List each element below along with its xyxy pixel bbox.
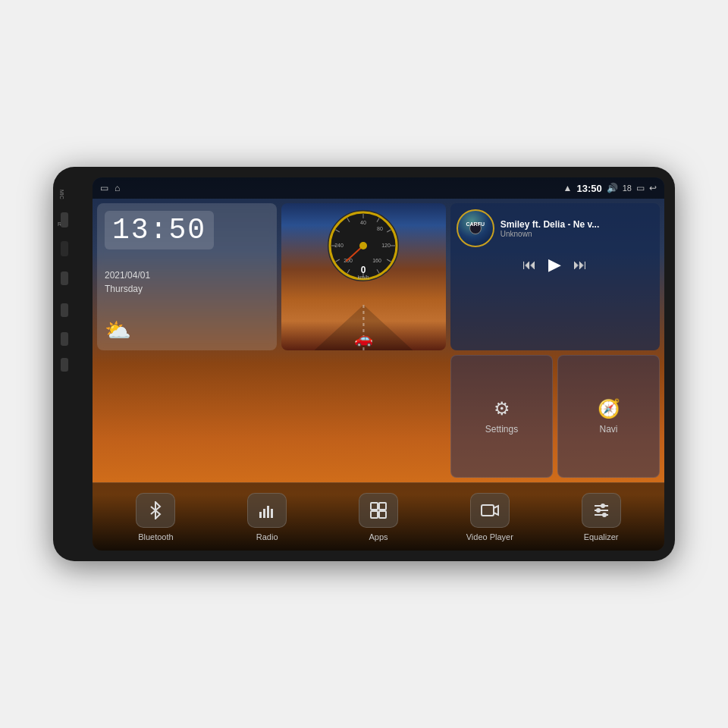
- main-content: 13:50 2021/04/01 Thursday ⛅: [93, 199, 664, 482]
- video-icon: [481, 501, 499, 519]
- apps-label: Apps: [369, 532, 388, 541]
- side-btn-1[interactable]: [61, 212, 68, 228]
- radio-label: Radio: [256, 532, 278, 541]
- second-row: ⚙ Settings 🧭 Navi: [97, 355, 660, 478]
- svg-point-38: [596, 508, 601, 513]
- screen: ▭ ⌂ ▲ 13:50 🔊 18 ▭ ↩ 13:50: [93, 177, 664, 551]
- settings-icon: ⚙: [494, 398, 510, 419]
- music-info: Smiley ft. Delia - Ne v... Unknown: [500, 219, 654, 238]
- radio-app[interactable]: Radio: [212, 493, 323, 541]
- svg-text:80: 80: [377, 226, 383, 231]
- car-icon: 🚗: [354, 329, 373, 347]
- svg-rect-30: [371, 503, 378, 510]
- side-btn-home[interactable]: [61, 303, 68, 317]
- spacer-left: [97, 355, 446, 478]
- navi-button[interactable]: 🧭 Navi: [557, 355, 660, 478]
- settings-label: Settings: [485, 424, 518, 435]
- window-icon: ▭: [100, 183, 108, 193]
- svg-text:240: 240: [334, 243, 344, 248]
- music-controls: ⏮ ▶ ⏭: [457, 250, 654, 279]
- mic-label: MIC: [59, 190, 64, 199]
- play-button[interactable]: ▶: [548, 255, 561, 275]
- navi-icon: 🧭: [598, 398, 620, 419]
- road-view: 🚗: [281, 287, 446, 350]
- equalizer-app[interactable]: Equalizer: [545, 493, 657, 541]
- svg-rect-33: [379, 511, 386, 518]
- video-label: Video Player: [466, 532, 513, 541]
- apps-icon: [369, 501, 388, 519]
- wifi-icon: ▲: [563, 183, 573, 193]
- svg-rect-32: [371, 511, 378, 518]
- clock-date: 2021/04/01 Thursday: [105, 268, 150, 296]
- album-art: CARFU: [457, 209, 494, 247]
- svg-rect-26: [259, 512, 262, 518]
- bluetooth-label: Bluetooth: [138, 532, 173, 541]
- svg-point-40: [602, 513, 607, 517]
- volume-icon: 🔊: [607, 183, 618, 193]
- prev-button[interactable]: ⏮: [522, 257, 536, 273]
- svg-text:km/h: km/h: [358, 275, 369, 280]
- status-left: ▭ ⌂: [100, 183, 120, 193]
- music-top: CARFU Smiley ft. Delia - Ne v... Unknown: [457, 209, 654, 247]
- video-icon-box: [470, 493, 510, 528]
- bluetooth-icon: [146, 501, 165, 519]
- bottom-app-bar: Bluetooth Radio: [93, 482, 664, 551]
- music-artist: Unknown: [500, 230, 654, 238]
- equalizer-label: Equalizer: [584, 532, 619, 541]
- settings-button[interactable]: ⚙ Settings: [450, 355, 553, 478]
- svg-text:160: 160: [372, 258, 381, 263]
- equalizer-icon: [592, 501, 610, 519]
- side-btn-vol[interactable]: [61, 332, 68, 346]
- bluetooth-icon-box: [136, 493, 175, 528]
- svg-text:0: 0: [361, 265, 366, 275]
- music-widget: CARFU Smiley ft. Delia - Ne v... Unknown…: [450, 203, 660, 350]
- video-player-app[interactable]: Video Player: [434, 493, 545, 541]
- clock-widget: 13:50 2021/04/01 Thursday ⛅: [97, 203, 277, 350]
- svg-text:40: 40: [360, 220, 366, 225]
- status-bar: ▭ ⌂ ▲ 13:50 🔊 18 ▭ ↩: [93, 177, 664, 199]
- back-nav-icon: ↩: [649, 183, 657, 193]
- day-value: Thursday: [105, 282, 150, 296]
- svg-rect-27: [263, 509, 265, 518]
- screen-wrapper: ▭ ⌂ ▲ 13:50 🔊 18 ▭ ↩ 13:50: [93, 177, 664, 551]
- screen-icon: ▭: [636, 183, 645, 193]
- status-right: ▲ 13:50 🔊 18 ▭ ↩: [563, 183, 657, 194]
- side-buttons: [61, 212, 68, 372]
- svg-point-21: [359, 242, 367, 249]
- svg-rect-29: [271, 509, 273, 518]
- bluetooth-app[interactable]: Bluetooth: [100, 493, 212, 541]
- equalizer-icon-box: [582, 493, 621, 528]
- svg-point-36: [601, 504, 605, 508]
- svg-rect-34: [482, 505, 494, 516]
- top-row: 13:50 2021/04/01 Thursday ⛅: [97, 203, 660, 350]
- home-icon: ⌂: [115, 183, 120, 193]
- radio-icon-box: [247, 493, 287, 528]
- svg-text:120: 120: [381, 243, 391, 248]
- side-btn-back[interactable]: [61, 358, 68, 372]
- status-time: 13:50: [577, 183, 602, 194]
- settings-navi-row: ⚙ Settings 🧭 Navi: [450, 355, 660, 478]
- next-button[interactable]: ⏭: [573, 257, 587, 273]
- carfu-label: CARFU: [466, 221, 485, 227]
- apps-app[interactable]: Apps: [323, 493, 435, 541]
- svg-rect-31: [379, 503, 386, 510]
- svg-rect-28: [267, 506, 269, 518]
- navi-label: Navi: [599, 424, 617, 435]
- date-value: 2021/04/01: [105, 268, 150, 282]
- side-btn-power[interactable]: [61, 271, 68, 285]
- speedometer-gauge: 40 80 120 160 200 240: [325, 208, 401, 287]
- speedo-widget: 40 80 120 160 200 240: [281, 203, 446, 350]
- apps-icon-box: [359, 493, 398, 528]
- car-headunit-device: MIC RST ▭ ⌂ ▲ 13:50 🔊 18 ▭: [53, 167, 675, 561]
- side-btn-rst[interactable]: [61, 241, 68, 256]
- music-title: Smiley ft. Delia - Ne v...: [500, 219, 654, 230]
- radio-icon: [258, 501, 276, 519]
- clock-display: 13:50: [105, 211, 214, 249]
- weather-icon: ⛅: [105, 318, 131, 343]
- volume-level: 18: [623, 184, 632, 193]
